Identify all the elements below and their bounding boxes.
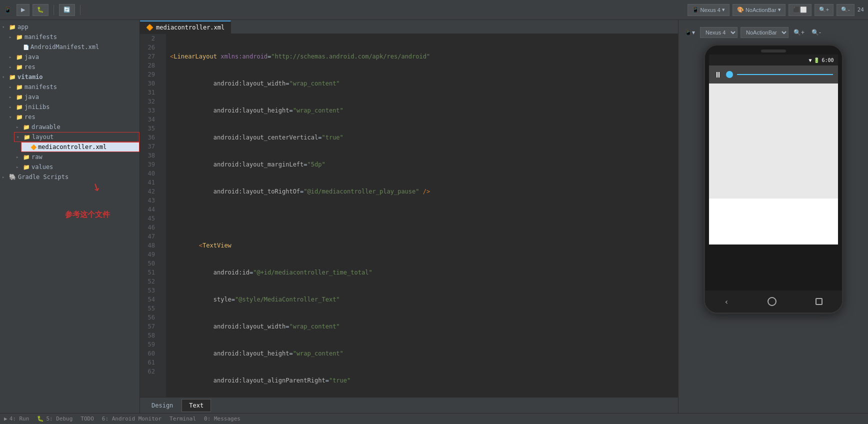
manifests-label: manifests: [24, 34, 57, 40]
line-numbers: 2 26 27 28 29 30 31 32 33 34 35 36 37 38…: [140, 34, 158, 397]
code-container[interactable]: 2 26 27 28 29 30 31 32 33 34 35 36 37 38…: [140, 34, 678, 397]
sidebar-item-v-java[interactable]: 📁 java: [7, 92, 140, 102]
phone-frame: ▼ 🔋 6:00 ⏸ ‹: [704, 44, 844, 314]
tab-file-icon: 🔶: [146, 24, 154, 31]
sidebar-item-raw[interactable]: 📁 raw: [14, 152, 140, 162]
layout-folder-icon: 📁: [24, 134, 30, 140]
project-sidebar: 📁 app 📁 manifests 📄 AndroidManifest.xml …: [0, 20, 140, 413]
battery-indicator: 24: [858, 6, 864, 13]
drawable-label: drawable: [32, 124, 60, 130]
status-terminal[interactable]: Terminal: [170, 416, 196, 422]
phone-screen: ▼ 🔋 6:00 ⏸: [709, 54, 838, 244]
layout-label: layout: [32, 134, 54, 140]
res-arrow: [9, 64, 16, 70]
preview-device-select[interactable]: Nexus 4: [700, 27, 738, 38]
sidebar-item-app[interactable]: 📁 app: [0, 22, 140, 32]
status-messages[interactable]: 0: Messages: [204, 416, 240, 422]
status-debug-label: 5: Debug: [46, 416, 72, 422]
preview-device-btn[interactable]: 📱▾: [682, 28, 697, 37]
app-arrow: [2, 24, 9, 30]
v-res-folder-icon: 📁: [16, 114, 23, 120]
tab-label: mediacontroller.xml: [156, 24, 224, 31]
status-run-label: 4: Run: [10, 416, 30, 422]
sidebar-item-androidmanifest[interactable]: 📄 AndroidManifest.xml: [14, 42, 140, 52]
text-tab-label: Text: [189, 402, 204, 409]
toolbar-sep-1: [54, 5, 54, 15]
manifests-arrow: [9, 34, 16, 40]
theme-label: NoActionBar: [746, 7, 776, 13]
preview-zoom-in[interactable]: 🔍+: [792, 28, 806, 37]
phone-play-pause-btn: ⏸: [714, 70, 722, 80]
theme-icon: 🎨: [737, 6, 744, 13]
phone-home-btn: [768, 297, 776, 306]
phone-media-bar: ⏸: [709, 66, 838, 84]
sidebar-item-manifests[interactable]: 📁 manifests: [7, 32, 140, 42]
debug-icon: 🐛: [37, 416, 44, 422]
sidebar-item-drawable[interactable]: 📁 drawable: [14, 122, 140, 132]
sidebar-item-jnilibs[interactable]: 📁 jniLibs: [7, 102, 140, 112]
toolbar-app-icon: 📱: [4, 6, 12, 14]
device-icon: 📱: [692, 6, 699, 13]
phone-seek-dot: [726, 71, 733, 78]
code-editor-content[interactable]: <LinearLayout xmlns:android="http://sche…: [166, 34, 678, 397]
gradle-label: Gradle Scripts: [18, 174, 68, 180]
device-selector[interactable]: 📱 Nexus 4 ▾: [688, 4, 730, 16]
values-folder-icon: 📁: [23, 164, 30, 170]
sidebar-item-values[interactable]: 📁 values: [14, 162, 140, 172]
phone-back-btn: ‹: [724, 297, 729, 306]
editor-tab-mediacontroller[interactable]: 🔶 mediacontroller.xml: [140, 20, 231, 34]
toolbar-right: 📱 Nexus 4 ▾ 🎨 NoActionBar ▾ ⬛⬜ 🔍+ 🔍- 24: [688, 4, 864, 16]
v-res-label: res: [24, 114, 36, 120]
status-run[interactable]: ▶ 4: Run: [4, 416, 29, 422]
sidebar-item-java[interactable]: 📁 java: [7, 52, 140, 62]
androidmanifest-label: AndroidManifest.xml: [30, 44, 99, 50]
status-monitor-label: 6: Android Monitor: [102, 416, 162, 422]
preview-zoom-out[interactable]: 🔍-: [810, 28, 823, 37]
debug-button[interactable]: 🐛: [32, 4, 48, 16]
sidebar-item-v-manifests[interactable]: 📁 manifests: [7, 82, 140, 92]
status-android-monitor[interactable]: 6: Android Monitor: [102, 416, 162, 422]
design-tab-label: Design: [152, 402, 173, 409]
main-toolbar: 📱 ▶ 🐛 🔄 📱 Nexus 4 ▾ 🎨 NoActionBar ▾ ⬛⬜ 🔍…: [0, 0, 868, 20]
preview-theme-select[interactable]: NoActionBar: [740, 27, 788, 38]
chevron-down-icon: ▾: [722, 6, 725, 13]
drawable-arrow: [16, 124, 23, 130]
phone-speaker: [761, 50, 786, 52]
tab-text[interactable]: Text: [182, 399, 211, 412]
java-folder-icon: 📁: [16, 54, 23, 60]
phone-seek-line: [737, 74, 833, 75]
phone-time: 6:00: [822, 58, 834, 63]
status-todo[interactable]: TODO: [80, 416, 94, 422]
raw-label: raw: [32, 154, 42, 160]
phone-nav-bar: ‹: [705, 290, 842, 312]
editor-area: 🔶 mediacontroller.xml 2 26 27 28 29 30 3…: [140, 20, 678, 413]
sidebar-item-res[interactable]: 📁 res: [7, 62, 140, 72]
app-folder-icon: 📁: [9, 24, 16, 30]
manifests-folder-icon: 📁: [16, 34, 23, 40]
v-java-label: java: [24, 94, 39, 100]
sidebar-item-gradle[interactable]: 🐘 Gradle Scripts: [0, 172, 140, 182]
annotation-text: 参考这个文件: [65, 210, 110, 220]
v-manifests-arrow: [9, 84, 16, 90]
vitamio-folder-icon: 📁: [9, 74, 16, 80]
avd-manager-button[interactable]: ⬛⬜: [788, 4, 812, 16]
status-debug[interactable]: 🐛 5: Debug: [37, 416, 72, 422]
res-label: res: [24, 64, 36, 70]
theme-selector[interactable]: 🎨 NoActionBar ▾: [732, 4, 786, 16]
status-terminal-label: Terminal: [170, 416, 196, 422]
sidebar-item-v-res[interactable]: 📁 res: [7, 112, 140, 122]
run-button[interactable]: ▶: [16, 4, 30, 16]
gradle-icon: 🐘: [9, 174, 16, 180]
sidebar-item-vitamio[interactable]: 📁 vitamio: [0, 72, 140, 82]
sidebar-item-mediacontroller[interactable]: 🔶 mediacontroller.xml: [21, 142, 140, 152]
tab-design[interactable]: Design: [144, 399, 180, 412]
v-res-arrow: [9, 114, 16, 120]
sync-button[interactable]: 🔄: [59, 4, 75, 16]
res-folder-icon: 📁: [16, 64, 23, 70]
phone-battery-icon: 🔋: [814, 58, 820, 63]
zoom-in-button[interactable]: 🔍+: [814, 4, 834, 16]
drawable-folder-icon: 📁: [23, 124, 30, 130]
raw-folder-icon: 📁: [23, 154, 30, 160]
zoom-out-button[interactable]: 🔍-: [836, 4, 854, 16]
sidebar-item-layout[interactable]: 📁 layout: [14, 132, 140, 142]
